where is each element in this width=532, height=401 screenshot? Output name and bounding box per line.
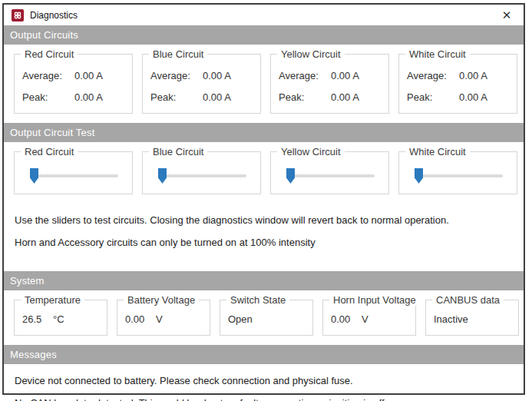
close-icon[interactable]: ✕	[496, 6, 517, 25]
average-value: 0.00 A	[459, 70, 509, 81]
circuit-box-blue: Blue Circuit Average:0.00 A Peak:0.00 A	[142, 54, 261, 114]
screen: Diagnostics ✕ Output Circuits Red Circui…	[0, 0, 532, 401]
peak-value: 0.00 A	[203, 91, 253, 103]
field-unit: V	[362, 313, 368, 325]
note-line-1: Use the sliders to test circuits. Closin…	[15, 214, 524, 226]
peak-value: 0.00 A	[74, 91, 124, 103]
peak-label: Peak:	[150, 91, 203, 103]
slider-track[interactable]	[33, 174, 118, 177]
system-box-battery-voltage: Battery Voltage 0.00V	[117, 300, 210, 336]
groupbox-title: Battery Voltage	[124, 294, 199, 306]
groupbox-title: Yellow Circuit	[277, 48, 345, 60]
system-row: Temperature 26.5°C Battery Voltage 0.00V…	[4, 290, 524, 345]
field-value: Open	[228, 313, 259, 325]
average-value: 0.00 A	[203, 70, 253, 81]
peak-value: 0.00 A	[459, 91, 509, 103]
field-value: Inactive	[434, 313, 468, 325]
system-box-horn-input-voltage: Horn Input Voltage 0.00V	[322, 300, 416, 336]
section-header-messages: Messages	[4, 345, 524, 364]
white-circuit-slider[interactable]	[407, 152, 509, 194]
blue-circuit-slider[interactable]	[150, 152, 253, 194]
average-label: Average:	[407, 70, 459, 81]
groupbox-title: Switch State	[226, 294, 289, 306]
groupbox-title: Blue Circuit	[149, 48, 207, 60]
circuit-box-yellow: Yellow Circuit Average:0.00 A Peak:0.00 …	[270, 54, 389, 114]
system-box-switch-state: Switch State Open	[220, 300, 313, 336]
yellow-circuit-slider[interactable]	[279, 152, 381, 194]
message-line-1: Device not connected to battery. Please …	[15, 375, 524, 386]
slider-thumb[interactable]	[415, 168, 423, 184]
red-circuit-slider[interactable]	[22, 152, 124, 194]
slider-track[interactable]	[161, 174, 246, 177]
messages-block: Device not connected to battery. Please …	[4, 364, 524, 401]
diagnostics-window: Diagnostics ✕ Output Circuits Red Circui…	[2, 3, 525, 395]
circuit-box-red: Red Circuit Average:0.00 A Peak:0.00 A	[14, 54, 133, 114]
section-header-output-circuits: Output Circuits	[4, 25, 524, 45]
window-title: Diagnostics	[30, 10, 78, 21]
field-value: 0.00	[331, 313, 362, 325]
slider-thumb[interactable]	[286, 168, 295, 184]
groupbox-title: Horn Input Voltage	[329, 294, 420, 306]
groupbox-title: CANBUS data	[432, 294, 504, 306]
section-header-output-circuit-test: Output Circuit Test	[4, 123, 524, 142]
slider-box-blue: Blue Circuit	[142, 151, 261, 194]
field-value: 26.5	[22, 313, 53, 325]
peak-label: Peak:	[279, 91, 331, 103]
peak-label: Peak:	[407, 91, 459, 103]
average-label: Average:	[22, 70, 74, 81]
groupbox-title: White Circuit	[405, 48, 470, 60]
average-label: Average:	[150, 70, 203, 81]
slider-box-yellow: Yellow Circuit	[270, 151, 389, 194]
average-value: 0.00 A	[74, 70, 124, 81]
output-circuits-row: Red Circuit Average:0.00 A Peak:0.00 A B…	[4, 45, 524, 123]
average-value: 0.00 A	[331, 70, 381, 81]
slider-box-white: White Circuit	[398, 151, 517, 194]
output-circuit-test-row: Red Circuit Blue Circuit Yellow Circuit	[4, 142, 524, 204]
groupbox-title: Temperature	[21, 294, 84, 306]
groupbox-title: Red Circuit	[21, 48, 78, 60]
message-line-2: No CAN bus data detected. This could be …	[15, 397, 524, 401]
slider-box-red: Red Circuit	[14, 151, 133, 194]
title-bar: Diagnostics ✕	[4, 5, 524, 25]
system-box-temperature: Temperature 26.5°C	[14, 300, 107, 336]
slider-thumb[interactable]	[30, 168, 38, 184]
slider-track[interactable]	[289, 174, 375, 177]
peak-value: 0.00 A	[331, 91, 381, 103]
app-logo-icon	[12, 9, 24, 22]
note-line-2: Horn and Accessory circuits can only be …	[15, 237, 524, 248]
field-value: 0.00	[125, 313, 156, 325]
slider-track[interactable]	[418, 174, 503, 177]
peak-label: Peak:	[22, 91, 74, 103]
notes-block: Use the sliders to test circuits. Closin…	[4, 204, 524, 271]
circuit-box-white: White Circuit Average:0.00 A Peak:0.00 A	[398, 54, 517, 114]
field-unit: V	[156, 313, 163, 325]
average-label: Average:	[279, 70, 331, 81]
slider-thumb[interactable]	[158, 168, 167, 184]
field-unit: °C	[53, 313, 64, 325]
section-header-system: System	[4, 271, 524, 290]
system-box-canbus-data: CANBUS data Inactive	[425, 300, 519, 336]
